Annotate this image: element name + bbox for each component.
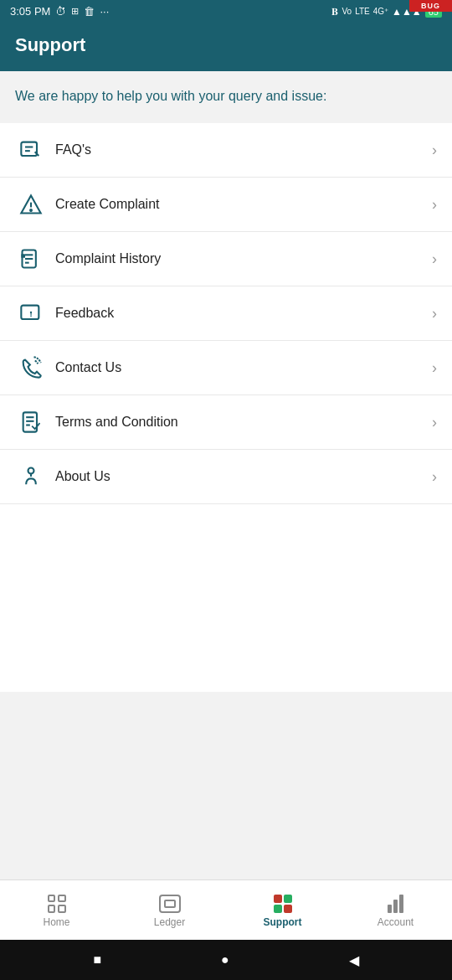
support-nav-label: Support bbox=[264, 916, 302, 928]
vo-icon: Vo bbox=[342, 7, 352, 16]
svg-rect-0 bbox=[21, 142, 37, 156]
trash-icon: 🗑 bbox=[84, 5, 95, 18]
subtitle-text: We are happy to help you with your query… bbox=[15, 86, 437, 106]
menu-item-terms[interactable]: Terms and Condition › bbox=[0, 395, 452, 450]
account-nav-icon bbox=[388, 895, 403, 913]
status-left: 3:05 PM ⏱ ⊞ 🗑 ··· bbox=[10, 5, 109, 18]
android-nav-bar: ■ ● ◀ bbox=[0, 940, 452, 980]
time-label: 3:05 PM bbox=[10, 5, 50, 18]
svg-point-5 bbox=[30, 209, 32, 211]
signal-icon: 4G⁺ bbox=[373, 7, 388, 16]
faqs-chevron: › bbox=[432, 142, 437, 159]
lte-icon: LTE bbox=[355, 7, 370, 16]
ledger-nav-label: Ledger bbox=[154, 916, 185, 928]
menu-item-feedback[interactable]: ! Feedback › bbox=[0, 286, 452, 341]
subtitle-area: We are happy to help you with your query… bbox=[0, 71, 452, 115]
faq-icon bbox=[15, 138, 47, 162]
android-back-btn[interactable]: ◀ bbox=[349, 952, 359, 968]
faqs-label: FAQ's bbox=[55, 142, 432, 157]
bluetooth-icon: 𝐁 bbox=[331, 6, 338, 18]
contact-us-chevron: › bbox=[432, 359, 437, 377]
contact-icon bbox=[15, 356, 47, 379]
menu-item-contact-us[interactable]: Contact Us › bbox=[0, 341, 452, 395]
complaint-icon bbox=[15, 193, 47, 216]
svg-text:!: ! bbox=[29, 310, 32, 318]
status-bar: 3:05 PM ⏱ ⊞ 🗑 ··· 𝐁 Vo LTE 4G⁺ ▲▲▲ 65 BU… bbox=[0, 0, 452, 23]
svg-point-18 bbox=[28, 468, 34, 474]
nav-account[interactable]: Account bbox=[339, 895, 452, 928]
menu-item-about-us[interactable]: About Us › bbox=[0, 450, 452, 504]
more-icon: ··· bbox=[100, 5, 109, 18]
feedback-chevron: › bbox=[432, 305, 437, 322]
content-spacer bbox=[0, 692, 452, 879]
home-nav-label: Home bbox=[43, 916, 69, 928]
clock-icon: ⏱ bbox=[55, 5, 66, 18]
about-icon bbox=[15, 465, 47, 488]
ledger-nav-icon bbox=[159, 895, 181, 913]
nav-ledger[interactable]: Ledger bbox=[113, 895, 226, 928]
about-us-label: About Us bbox=[55, 469, 432, 484]
page-title: Support bbox=[15, 34, 85, 55]
about-us-chevron: › bbox=[432, 468, 437, 486]
create-complaint-label: Create Complaint bbox=[55, 197, 432, 212]
menu-item-complaint-history[interactable]: Complaint History › bbox=[0, 232, 452, 286]
terms-icon bbox=[15, 410, 47, 434]
complaint-history-chevron: › bbox=[432, 250, 437, 268]
menu-item-faqs[interactable]: FAQ's › bbox=[0, 123, 452, 178]
bug-ribbon: BUG bbox=[409, 0, 452, 12]
complaint-history-label: Complaint History bbox=[55, 251, 432, 266]
android-home-btn[interactable]: ● bbox=[221, 952, 229, 967]
terms-chevron: › bbox=[432, 414, 437, 431]
nav-home[interactable]: Home bbox=[0, 895, 113, 928]
app-header: Support bbox=[0, 23, 452, 71]
support-nav-icon bbox=[274, 895, 292, 913]
contact-us-label: Contact Us bbox=[55, 360, 432, 375]
create-complaint-chevron: › bbox=[432, 196, 437, 214]
svg-rect-10 bbox=[21, 254, 25, 258]
feedback-label: Feedback bbox=[55, 306, 432, 321]
feedback-icon: ! bbox=[15, 302, 47, 325]
home-nav-icon bbox=[48, 895, 66, 913]
bottom-nav: Home Ledger Support bbox=[0, 879, 452, 940]
grid-icon: ⊞ bbox=[71, 6, 79, 17]
account-nav-label: Account bbox=[378, 916, 413, 928]
history-icon bbox=[15, 247, 47, 271]
terms-label: Terms and Condition bbox=[55, 415, 432, 430]
nav-support[interactable]: Support bbox=[226, 895, 339, 928]
menu-item-create-complaint[interactable]: Create Complaint › bbox=[0, 178, 452, 232]
support-menu-list: FAQ's › Create Complaint › Complaint His… bbox=[0, 123, 452, 692]
android-square-btn[interactable]: ■ bbox=[93, 952, 101, 967]
